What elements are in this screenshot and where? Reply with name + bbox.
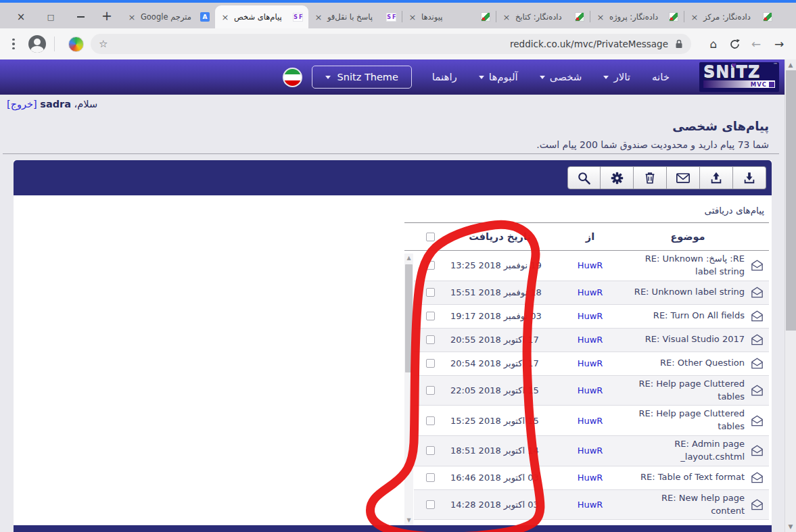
message-subject[interactable]: RE: New help page content — [631, 492, 745, 518]
sender-link[interactable]: HuwR — [578, 385, 603, 395]
tab-close-icon[interactable]: × — [220, 12, 231, 22]
row-checkbox[interactable] — [426, 359, 435, 368]
profile-avatar[interactable] — [28, 35, 46, 53]
message-subject[interactable]: RE: پاسخ: RE: Unknown label string — [631, 253, 745, 279]
nav-item-راهنما[interactable]: راهنما — [421, 71, 468, 83]
table-row[interactable]: 02 اکتوبر 2018 22:15HuwRRE: help page ed… — [414, 520, 769, 525]
message-subject[interactable]: RE: Help page Cluttered tables — [631, 408, 745, 433]
message-button[interactable] — [667, 166, 700, 189]
row-checkbox[interactable] — [426, 500, 435, 509]
sender-link[interactable]: HuwR — [578, 358, 603, 368]
search-button[interactable] — [567, 166, 601, 189]
row-checkbox[interactable] — [426, 386, 435, 395]
row-checkbox[interactable] — [426, 473, 435, 482]
browser-tab[interactable]: ×داده‌نگار: مرکز — [684, 5, 778, 28]
idm-extension-icon[interactable] — [68, 37, 84, 52]
sender-link[interactable]: HuwR — [578, 335, 603, 345]
tab-close-icon[interactable]: × — [126, 12, 137, 22]
tab-close-icon[interactable]: × — [313, 12, 324, 22]
tab-close-icon[interactable]: × — [501, 12, 512, 22]
message-date: 19 نوفمبر 2018 13:25 — [446, 260, 549, 270]
logout-link[interactable]: [خروج] — [7, 99, 37, 110]
window-close-icon[interactable]: × — [16, 12, 26, 22]
sender-link[interactable]: HuwR — [578, 311, 603, 321]
forward-icon[interactable]: → — [772, 37, 787, 51]
nav-item-تالار[interactable]: تالار — [592, 71, 641, 83]
sender-link[interactable]: HuwR — [578, 416, 603, 426]
browser-tab[interactable]: ×داده‌نگار: کتابخ — [496, 5, 590, 28]
message-subject[interactable]: RE: Turn On All fields — [631, 310, 745, 322]
nav-item-شخصی[interactable]: شخصی — [529, 71, 593, 83]
browser-tab[interactable]: ×پاسخ با نقل‌قوSF — [308, 5, 402, 28]
address-bar[interactable]: ☆ reddick.co.uk/mvc/PrivateMessage — [91, 34, 691, 54]
snitz-icon: SF — [293, 11, 304, 22]
tab-close-icon[interactable]: × — [407, 12, 418, 22]
nav-item-label: راهنما — [432, 71, 457, 83]
sender-link[interactable]: HuwR — [578, 260, 603, 270]
table-row[interactable]: 03 اکتوبر 2018 16:46HuwRRE: Table of Tex… — [414, 466, 769, 490]
sender-link[interactable]: HuwR — [578, 473, 603, 483]
row-checkbox[interactable] — [426, 335, 435, 344]
table-row[interactable]: 18 نوفمبر 2018 15:51HuwRRE: Unknown labe… — [414, 281, 769, 305]
table-row[interactable]: 17 اکتوبر 2018 20:54HuwRRE: Other Questi… — [414, 352, 769, 376]
table-row[interactable]: 14 اکتوبر 2018 18:51HuwRRE: Admin page _… — [414, 436, 769, 466]
message-subject[interactable]: RE: Help page Cluttered tables — [631, 378, 745, 404]
sender-link[interactable]: HuwR — [578, 287, 603, 297]
table-row[interactable]: 03 اکتوبر 2018 14:28HuwRRE: New help pag… — [414, 490, 769, 521]
scroll-down-icon[interactable]: ▼ — [789, 521, 793, 532]
theme-dropdown-label: Snitz Theme — [337, 72, 398, 82]
tab-close-icon[interactable]: × — [595, 12, 606, 22]
table-scrollbar-thumb[interactable] — [405, 264, 413, 372]
browser-menu-icon[interactable] — [12, 39, 15, 50]
snitz-logo[interactable]: SNiTZ ♥ ™ MVC — [699, 62, 779, 92]
settings-button[interactable] — [601, 166, 634, 189]
new-tab-button[interactable]: + — [100, 8, 122, 28]
message-subject[interactable]: RE: Table of Text format — [631, 471, 745, 484]
sender-link[interactable]: HuwR — [578, 500, 603, 510]
row-checkbox[interactable] — [426, 416, 435, 425]
browser-tab[interactable]: ×مترجم GoogleA — [122, 5, 215, 28]
row-checkbox[interactable] — [426, 312, 435, 320]
window-minimize-icon[interactable] — [76, 12, 85, 22]
window-maximize-icon[interactable]: □ — [46, 12, 55, 22]
download-button[interactable] — [733, 166, 766, 189]
table-row[interactable]: 17 اکتوبر 2018 20:55HuwRRE: Visual Studi… — [414, 329, 769, 352]
bookmark-star-icon[interactable]: ☆ — [99, 38, 108, 50]
scroll-down-icon[interactable]: ▼ — [406, 516, 411, 525]
page-scrollbar-thumb[interactable] — [786, 70, 796, 331]
table-row[interactable]: 15 اکتوبر 2018 15:25HuwRRE: Help page Cl… — [414, 406, 769, 436]
select-all-checkbox[interactable] — [426, 233, 435, 241]
browser-tab[interactable]: ×پیوندها — [402, 5, 496, 28]
message-subject[interactable]: RE: Other Question — [631, 357, 745, 370]
sender-link[interactable]: HuwR — [578, 445, 603, 456]
browser-tab[interactable]: ×داده‌نگار: پروژه — [590, 5, 684, 28]
row-checkbox[interactable] — [426, 446, 435, 455]
message-subject[interactable]: RE: Admin page _layout.cshtml — [631, 438, 745, 464]
message-subject[interactable]: RE: Visual Studio 2017 — [631, 333, 745, 346]
panel-footer-bar — [14, 525, 772, 532]
row-checkbox[interactable] — [426, 261, 435, 270]
scroll-up-icon[interactable]: ▲ — [406, 253, 411, 263]
delete-button[interactable] — [634, 166, 667, 189]
table-row[interactable]: 03 نوفمبر 2018 19:17HuwRRE: Turn On All … — [414, 305, 769, 329]
nav-item-خانه[interactable]: خانه — [641, 71, 680, 83]
page-scrollbar[interactable]: ▲ ▼ — [785, 59, 796, 532]
url-text[interactable]: reddick.co.uk/mvc/PrivateMessage — [108, 39, 668, 49]
tab-close-icon[interactable]: × — [689, 12, 700, 22]
theme-dropdown-button[interactable]: Snitz Theme — [312, 66, 412, 89]
browser-tab[interactable]: ×پیام‌های شخصSF — [215, 5, 308, 28]
row-checkbox[interactable] — [426, 288, 435, 297]
upload-button[interactable] — [700, 166, 733, 189]
message-subject[interactable]: RE: Unknown label string — [631, 286, 745, 299]
home-icon[interactable]: ⌂ — [706, 37, 721, 51]
iran-flag-icon[interactable] — [283, 68, 302, 87]
nav-item-آلبوم‌ها[interactable]: آلبوم‌ها — [468, 71, 529, 83]
site-icon — [668, 11, 679, 22]
message-date: 15 اکتوبر 2018 22:05 — [446, 385, 549, 395]
scroll-up-icon[interactable]: ▲ — [789, 59, 793, 70]
reload-icon[interactable] — [729, 39, 741, 50]
table-row[interactable]: 19 نوفمبر 2018 13:25HuwRRE: پاسخ: RE: Un… — [414, 251, 769, 281]
table-scrollbar[interactable]: ▲ ▼ — [404, 253, 413, 525]
table-row[interactable]: 15 اکتوبر 2018 22:05HuwRRE: Help page Cl… — [414, 376, 769, 406]
back-icon[interactable]: ← — [749, 37, 764, 51]
